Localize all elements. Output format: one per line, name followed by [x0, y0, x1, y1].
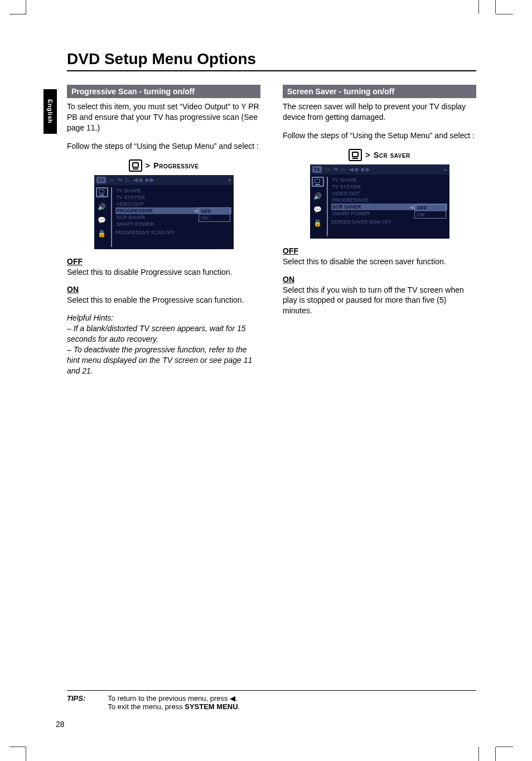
left-column: Progressive Scan - turning on/off To sel… — [67, 85, 260, 376]
osd-item-list: TV SHAPE TV SYSTEM VIDEO OUT PROGRESSIVE… — [113, 185, 234, 249]
tips-text: . — [238, 702, 240, 711]
video-category-icon — [312, 177, 324, 187]
osd-body: 🔊 💬 🔒 TV SHAPE TV SYSTEM VIDEO OUT PROGR… — [94, 185, 234, 249]
option-on-heading: ON — [67, 285, 260, 294]
left-arrow-icon: ◀ — [230, 694, 235, 702]
crop-mark — [478, 747, 479, 761]
hint-text: – To deactivate the progressive function… — [67, 345, 260, 376]
option-off-heading: OFF — [283, 246, 476, 255]
tips-footer: TIPS: To return to the previous menu, pr… — [67, 690, 476, 711]
osd-sub-label: OFF — [417, 205, 427, 211]
progressive-intro: To select this item, you must set “Video… — [67, 101, 260, 133]
option-off-body: Select this to disable the screen saver … — [283, 256, 476, 267]
language-tab: English — [43, 89, 57, 134]
osd-left-icons: 🔊 💬 🔒 — [94, 185, 110, 249]
osd-topbar-tab: TΛ — [96, 177, 107, 183]
osd-sub-item-selected: OFF ▾ — [199, 208, 230, 215]
rewind-icon: ◀◀ — [349, 166, 358, 172]
option-on-body: Select this if you wish to turn off the … — [283, 285, 476, 317]
angle-icon: ⇆ — [118, 177, 122, 183]
osd-status-text: SCREEN SAVER NOW OFF — [331, 219, 447, 225]
breadcrumb-label: Scr saver — [374, 151, 410, 159]
option-off-body: Select this to disable Progressive scan … — [67, 267, 260, 278]
hints-heading: Helpful Hints: — [67, 313, 260, 322]
breadcrumb-sep: > — [365, 151, 370, 159]
osd-submenu: OFF ▾ ON — [199, 207, 230, 222]
page-number: 28 — [56, 720, 65, 729]
tips-text: To return to the previous menu, press — [108, 694, 230, 702]
osd-status-text: PROGRESSIVE SCAN OFF — [115, 230, 231, 235]
manual-page: English DVD Setup Menu Options Progressi… — [0, 0, 532, 761]
submenu-more-icon: ▾ — [442, 206, 444, 211]
content-columns: Progressive Scan - turning on/off To sel… — [67, 85, 476, 376]
osd-item: VIDEO OUT — [115, 201, 231, 207]
tips-text: To exit the menu, press — [108, 702, 185, 711]
crop-mark — [495, 747, 496, 761]
crop-mark — [478, 0, 479, 14]
crop-mark — [26, 0, 26, 14]
page-title: DVD Setup Menu Options — [67, 50, 476, 71]
osd-body: 🔊 💬 🔒 TV SHAPE TV SYSTEM VIDEO OUT PROGR… — [310, 175, 449, 239]
crop-mark — [26, 747, 26, 761]
osd-item: TV SHAPE — [331, 177, 447, 183]
breadcrumb-label: Progressive — [153, 161, 199, 170]
section-heading-scrsaver: Screen Saver - turning on/off — [283, 85, 476, 98]
breadcrumb: > Scr saver — [283, 149, 476, 161]
angle-icon: ⇆ — [333, 166, 338, 172]
osd-sub-item: ON — [415, 211, 446, 218]
osd-menu-scrsaver: TΛ ▭ ⇆ ▷ ◀◀ ▶▶ ▸ 🔊 💬 🔒 — [310, 164, 449, 239]
subtitle-icon: ▭ — [325, 166, 330, 172]
breadcrumb: > Progressive — [67, 159, 260, 172]
scroll-right-icon: ▸ — [229, 177, 231, 183]
subtitle-category-icon: 💬 — [313, 206, 322, 214]
osd-item: TV SHAPE — [115, 187, 231, 194]
crop-mark — [9, 747, 26, 747]
osd-sub-item-selected: OFF ▾ — [415, 205, 446, 211]
submenu-pointer-icon: ◀ — [409, 204, 414, 210]
osd-sub-item: ON — [199, 215, 230, 221]
right-column: Screen Saver - turning on/off The screen… — [283, 85, 476, 376]
subtitle-category-icon: 💬 — [98, 216, 106, 224]
audio-category-icon: 🔊 — [313, 192, 322, 200]
tv-icon — [129, 159, 142, 172]
osd-item: VIDEO OUT — [331, 190, 447, 197]
option-on-heading: ON — [283, 275, 476, 284]
forward-icon: ▶▶ — [361, 166, 370, 172]
section-heading-progressive: Progressive Scan - turning on/off — [67, 85, 260, 98]
scroll-right-icon: ▸ — [444, 166, 447, 172]
lock-category-icon: 🔒 — [313, 219, 322, 227]
osd-topbar: TΛ ▭ ⇆ ▷ ◀◀ ▶▶ ▸ — [310, 164, 449, 175]
progressive-steps-note: Follow the steps of “Using the Setup Men… — [67, 141, 260, 152]
scrsaver-steps-note: Follow the steps of “Using the Setup Men… — [283, 130, 476, 141]
option-off-heading: OFF — [67, 257, 260, 266]
tips-text: . — [235, 694, 238, 702]
tips-label: TIPS: — [67, 694, 85, 711]
rewind-icon: ◀◀ — [133, 177, 142, 183]
submenu-pointer-icon: ◀ — [194, 207, 198, 214]
subtitle-icon: ▭ — [109, 177, 114, 183]
osd-menu-progressive: TΛ ▭ ⇆ ▷ ◀◀ ▶▶ ▸ 🔊 💬 🔒 — [94, 175, 234, 249]
crop-mark — [9, 14, 26, 14]
play-icon: ▷ — [341, 166, 346, 172]
osd-sub-label: OFF — [201, 209, 211, 214]
video-category-icon — [96, 187, 108, 197]
tips-bold: SYSTEM MENU — [185, 702, 238, 711]
crop-mark — [496, 747, 513, 747]
submenu-more-icon: ▾ — [226, 210, 229, 215]
tv-icon — [349, 149, 362, 161]
forward-icon: ▶▶ — [146, 177, 154, 183]
osd-divider — [111, 187, 112, 247]
tips-line-1: To return to the previous menu, press ◀. — [108, 694, 240, 702]
option-on-body: Select this to enable the Progressive sc… — [67, 295, 260, 306]
crop-mark — [495, 0, 496, 14]
breadcrumb-sep: > — [146, 161, 151, 170]
crop-mark — [496, 14, 513, 14]
osd-item: PROGRESSIVE — [331, 197, 447, 203]
osd-divider — [327, 177, 328, 236]
tips-body: To return to the previous menu, press ◀.… — [108, 694, 240, 711]
osd-submenu: OFF ▾ ON — [414, 204, 446, 219]
osd-topbar: TΛ ▭ ⇆ ▷ ◀◀ ▶▶ ▸ — [94, 175, 234, 185]
osd-item-list: TV SHAPE TV SYSTEM VIDEO OUT PROGRESSIVE… — [329, 175, 449, 239]
osd-item: TV SYSTEM — [115, 194, 231, 201]
audio-category-icon: 🔊 — [98, 203, 106, 211]
